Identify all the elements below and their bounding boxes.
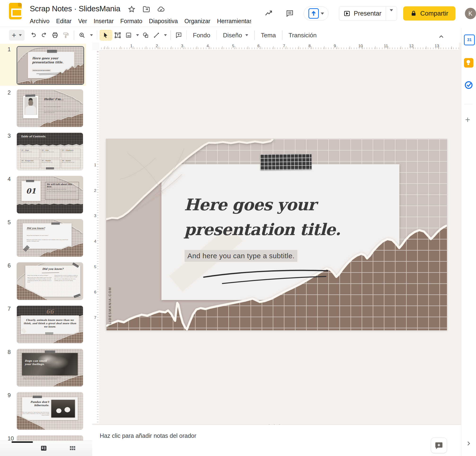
slide-subtitle-textbox[interactable]: And here you can type a subtitle. [185, 250, 297, 262]
star-icon[interactable] [128, 5, 136, 13]
slides-logo-icon[interactable] [9, 3, 22, 19]
select-tool-icon[interactable] [100, 30, 112, 41]
transition-button[interactable]: Transición [285, 30, 321, 41]
transition-label: Transición [289, 32, 317, 39]
document-title[interactable]: Scrap Notes · SlidesMania [30, 4, 120, 13]
filmstrip-view-icon[interactable] [40, 445, 47, 452]
keep-icon[interactable] [464, 58, 473, 68]
ruler-mark: 6 [94, 290, 96, 295]
line-dropdown[interactable] [162, 30, 168, 41]
expand-panel-chevron-icon[interactable] [465, 440, 472, 447]
slide-filmstrip-panel: 1 Here goes your presentation title. And… [0, 42, 92, 456]
collapse-toolbar-icon[interactable] [436, 31, 447, 42]
slide-thumbnail-5[interactable]: Did you know? Did you know that elephant… [17, 219, 83, 257]
speaker-notes-placeholder[interactable]: Haz clic para añadir notas del orador [100, 432, 196, 439]
header-actions: Presentar Compartir K [251, 0, 476, 27]
slide-number: 8 [8, 349, 11, 355]
slide-thumbnail-4[interactable]: 01 We will talk about this first. Add a … [17, 176, 83, 214]
thumb-text: Here is where you introduce yourself. [44, 106, 79, 108]
washi-tape [260, 154, 312, 170]
slide-title-textbox[interactable]: Here goes your presentation title. [184, 192, 375, 242]
new-slide-button[interactable]: + [9, 30, 25, 41]
share-button[interactable]: Compartir [403, 6, 455, 21]
ruler-mark: 2 [94, 188, 96, 193]
toolbar-divider [97, 31, 97, 40]
background-button[interactable]: Fondo [189, 30, 214, 41]
zoom-icon[interactable] [76, 30, 87, 41]
undo-icon[interactable] [28, 30, 39, 41]
slide-thumbnail-6[interactable]: Did you know? Did you know that dogs can… [17, 262, 83, 300]
slide-number: 2 [8, 89, 11, 96]
insert-image-icon[interactable] [123, 30, 134, 41]
chevron-down-icon [245, 34, 248, 36]
account-avatar[interactable]: K [465, 8, 476, 19]
slide-row-9[interactable]: 9 Pandas don't hibernate. When winter ap… [0, 390, 86, 432]
present-dropdown[interactable] [386, 11, 397, 16]
toc-item-title: 05 - Pandas [42, 160, 59, 161]
current-slide[interactable]: Here goes your presentation title. And h… [106, 139, 447, 330]
slide-thumbnail-2[interactable]: Hello! I'm... Here is where you introduc… [17, 89, 83, 127]
share-button-label: Compartir [420, 10, 448, 17]
image-dropdown[interactable] [134, 30, 140, 41]
slide-thumbnail-8[interactable]: Dogs can smell your feelings. Dogs can p… [17, 349, 83, 387]
slide-row-7[interactable]: 7 66 Clearly, animals know more than we … [0, 303, 86, 345]
present-button-label: Presentar [350, 10, 386, 17]
chevron-down-icon [19, 34, 22, 36]
present-button[interactable]: Presentar [339, 6, 397, 21]
slide-thumbnail-1[interactable]: Here goes your presentation title. And h… [17, 46, 84, 85]
slide-row-2[interactable]: 2 Hello! I'm... Here is where you introd… [0, 87, 86, 129]
calendar-label: 31 [467, 38, 472, 42]
vertical-ruler: 1 2 3 4 5 6 7 [92, 50, 100, 423]
present-to-meeting-button[interactable] [304, 6, 328, 21]
toolbar-divider [187, 31, 187, 40]
toolbar-divider [216, 31, 217, 40]
zoom-dropdown[interactable] [87, 30, 94, 41]
insert-line-icon[interactable] [151, 30, 162, 41]
layout-button[interactable]: Diseño [219, 30, 252, 41]
speaker-notes-area[interactable]: Haz clic para añadir notas del orador [92, 425, 462, 456]
text-box-icon[interactable] [112, 30, 123, 41]
grid-view-icon[interactable] [69, 445, 76, 452]
slide-row-3[interactable]: 3 Table of Contents. 01 - DogsWe will ta… [0, 130, 86, 172]
app-header: Scrap Notes · SlidesMania Archivo Editar… [0, 0, 476, 28]
menu-editar[interactable]: Editar [53, 16, 75, 26]
paint-format-icon[interactable] [60, 30, 71, 41]
theme-button[interactable]: Tema [257, 30, 280, 41]
menu-organizar[interactable]: Organizar [181, 16, 214, 26]
slide-row-5[interactable]: 5 Did you know? Did you know that elepha… [0, 217, 86, 259]
menu-herramientas[interactable]: Herramientas [214, 16, 256, 26]
slide-thumbnail-3[interactable]: Table of Contents. 01 - DogsWe will talk… [17, 133, 83, 170]
ruler-mark: 7 [94, 315, 96, 320]
slide-thumbnail-7[interactable]: 66 Clearly, animals know more than we th… [17, 305, 83, 343]
slide-row-1[interactable]: 1 Here goes your presentation title. And… [0, 44, 86, 86]
ruler-mark: 8 [308, 44, 311, 48]
comment-history-icon[interactable] [284, 7, 296, 20]
insert-shape-icon[interactable] [140, 30, 151, 41]
menu-formato[interactable]: Formato [117, 16, 145, 26]
menu-insertar[interactable]: Insertar [90, 16, 117, 26]
editing-canvas[interactable]: 1 2 3 4 5 6 7 8 9 10 11 12 13 1 2 3 4 5 … [92, 42, 462, 456]
menu-ver[interactable]: Ver [75, 16, 91, 26]
print-icon[interactable] [50, 30, 60, 41]
ruler-mark: 4 [207, 44, 209, 48]
cloud-status-icon[interactable] [157, 5, 165, 13]
insert-comment-icon[interactable] [173, 30, 184, 41]
layout-label: Diseño [223, 32, 242, 39]
toolbar-divider [74, 31, 74, 40]
add-addons-icon[interactable]: + [465, 115, 470, 125]
toc-item-title: 04 - Kangaroos [21, 160, 39, 161]
calendar-icon[interactable]: 31 [464, 34, 475, 45]
slide-row-6[interactable]: 6 Did you know? Did you know that dogs c… [0, 260, 86, 302]
activity-stats-icon[interactable] [263, 7, 275, 20]
chevron-down-icon [321, 13, 324, 15]
move-folder-icon[interactable] [142, 5, 150, 13]
gemini-sparkle-button[interactable] [431, 438, 447, 453]
tasks-icon[interactable] [464, 80, 473, 90]
redo-icon[interactable] [39, 30, 50, 41]
toc-item-desc: We will also talk about this. [42, 162, 59, 163]
slide-row-8[interactable]: 8 Dogs can smell your feelings. Dogs can… [0, 346, 86, 388]
slide-row-4[interactable]: 4 01 We will talk about this first. Add … [0, 173, 86, 215]
menu-diapositiva[interactable]: Diapositiva [145, 16, 181, 26]
slide-thumbnail-9[interactable]: Pandas don't hibernate. When winter appr… [17, 392, 83, 430]
menu-archivo[interactable]: Archivo [26, 16, 53, 26]
